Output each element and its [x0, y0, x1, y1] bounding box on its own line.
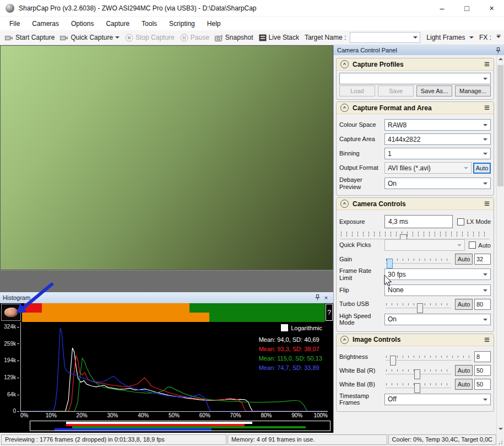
menu-tools[interactable]: Tools: [136, 18, 163, 30]
range-bar: [55, 428, 212, 431]
colour-space-select[interactable]: RAW8: [384, 119, 491, 131]
scroll-down-icon[interactable]: [498, 428, 503, 430]
frame-rate-limit-select[interactable]: 30 fps: [384, 268, 491, 280]
video-camera-icon: [60, 35, 68, 41]
menu-scripting[interactable]: Scripting: [163, 18, 201, 30]
manage-button[interactable]: Manage...: [455, 85, 491, 96]
gain-slider-thumb[interactable]: [387, 259, 393, 268]
hamburger-menu-icon[interactable]: ≡: [484, 60, 490, 69]
menu-file[interactable]: File: [3, 18, 26, 30]
white-balance-r-slider[interactable]: [384, 369, 452, 372]
lx-mode-checkbox[interactable]: [457, 218, 464, 225]
white-balance-b-slider[interactable]: [384, 383, 452, 385]
chevron-down-icon: [457, 244, 462, 249]
camera-controls-section: ^ Camera Controls ≡ Exposure 4,3 ms LX M…: [336, 197, 494, 332]
stop-capture-label: Stop Capture: [136, 34, 175, 41]
pin-icon[interactable]: [313, 294, 322, 302]
scrollbar-thumb[interactable]: [497, 65, 503, 186]
white-balance-r-slider-thumb[interactable]: [414, 369, 420, 379]
timestamp-frames-select[interactable]: Off: [384, 394, 491, 405]
logarithmic-toggle[interactable]: Logarithmic: [281, 324, 322, 331]
brightness-value[interactable]: 8: [474, 351, 491, 362]
high-speed-mode-select[interactable]: On: [384, 314, 491, 325]
profile-select[interactable]: [339, 73, 491, 84]
brightness-slider[interactable]: [384, 355, 473, 358]
histogram-title-bar: Histogram ×: [0, 292, 333, 303]
white-balance-b-value[interactable]: 50: [474, 379, 491, 390]
hamburger-menu-icon[interactable]: ≡: [484, 335, 490, 345]
flip-select[interactable]: None: [384, 284, 491, 296]
x-tick-label: 10%: [46, 412, 57, 418]
stop-capture-button[interactable]: Stop Capture: [122, 32, 177, 44]
close-icon[interactable]: ×: [322, 294, 330, 301]
save-button[interactable]: Save: [378, 85, 414, 96]
toolbar-overflow-button[interactable]: [494, 34, 503, 41]
load-button[interactable]: Load: [339, 85, 375, 96]
minimize-button[interactable]: –: [430, 0, 454, 16]
save-as-button[interactable]: Save As...: [416, 85, 452, 96]
quick-picks-select[interactable]: [384, 239, 465, 251]
pause-button[interactable]: Pause: [177, 32, 212, 44]
collapse-icon[interactable]: ^: [340, 336, 349, 344]
section-title: Image Controls: [353, 336, 400, 343]
live-stack-label: Live Stack: [269, 34, 299, 41]
exposure-quality-bar: [22, 303, 325, 322]
menu-cameras[interactable]: Cameras: [26, 18, 65, 30]
maximize-button[interactable]: □: [454, 0, 479, 16]
snapshot-button[interactable]: Snapshot: [212, 32, 256, 43]
white-balance-b-auto-button[interactable]: Auto: [455, 379, 473, 390]
binning-select[interactable]: 1: [384, 148, 491, 159]
scroll-up-icon[interactable]: [498, 58, 503, 60]
turbo-usb-slider-thumb[interactable]: [417, 303, 423, 313]
binning-label: Binning: [339, 150, 384, 157]
capture-area-select[interactable]: 4144x2822: [384, 133, 491, 145]
target-name-select[interactable]: [350, 32, 420, 43]
quality-segment: [209, 313, 325, 322]
menu-options[interactable]: Options: [65, 18, 100, 30]
chevron-down-icon: [483, 182, 487, 187]
white-balance-r-value[interactable]: 50: [474, 365, 491, 376]
gain-auto-button[interactable]: Auto: [455, 254, 473, 265]
white-balance-b-slider-thumb[interactable]: [414, 383, 420, 393]
menu-help[interactable]: Help: [201, 18, 227, 30]
hamburger-menu-icon[interactable]: ≡: [484, 199, 490, 208]
chevron-down-icon[interactable]: [115, 36, 120, 41]
exposure-auto-checkbox[interactable]: [469, 241, 476, 249]
output-format-select[interactable]: AVI files (*.avi): [384, 162, 472, 174]
quick-capture-button[interactable]: Quick Capture: [57, 32, 122, 43]
gain-value[interactable]: 32: [474, 254, 491, 265]
exposure-slider[interactable]: [339, 231, 491, 237]
menu-capture[interactable]: Capture: [100, 18, 136, 30]
close-button[interactable]: ×: [479, 0, 504, 16]
preview-area: [0, 45, 333, 292]
gain-slider[interactable]: [384, 258, 452, 261]
logarithmic-checkbox[interactable]: [281, 324, 288, 331]
white-balance-r-auto-button[interactable]: Auto: [455, 365, 473, 376]
flip-label: Flip: [339, 287, 384, 294]
channel-stat: Mean: 94,0, SD: 40,69: [259, 335, 322, 345]
collapse-icon[interactable]: ^: [340, 200, 349, 208]
collapse-icon[interactable]: ^: [340, 104, 349, 112]
brightness-slider-thumb[interactable]: [390, 356, 396, 366]
turbo-usb-auto-button[interactable]: Auto: [455, 299, 473, 310]
pin-icon[interactable]: [496, 47, 501, 53]
panel-scrollbar[interactable]: [496, 55, 504, 433]
output-format-auto-button[interactable]: Auto: [473, 163, 491, 174]
start-capture-button[interactable]: Start Capture: [2, 32, 57, 43]
white-balance-b-label: White Bal (B): [339, 381, 384, 388]
status-bar: Previewing : 1776 frames (2 dropped) in …: [0, 433, 504, 446]
smart-histogram-brain-button[interactable]: [1, 304, 21, 321]
exposure-input[interactable]: 4,3 ms: [384, 215, 453, 228]
collapse-icon[interactable]: ^: [340, 60, 349, 68]
live-stack-button[interactable]: Live Stack: [256, 32, 302, 43]
frame-rate-limit-label: Frame Rate Limit: [339, 267, 384, 281]
debayer-preview-select[interactable]: On: [384, 178, 491, 189]
frame-type-select[interactable]: Light Frames: [424, 32, 476, 43]
turbo-usb-value[interactable]: 80: [474, 299, 491, 310]
turbo-usb-slider[interactable]: [384, 303, 452, 305]
help-button[interactable]: ?: [326, 304, 333, 321]
brain-icon: [4, 308, 18, 317]
hamburger-menu-icon[interactable]: ≡: [484, 103, 490, 112]
resize-grip[interactable]: [496, 438, 503, 445]
fx-label: FX :: [476, 32, 494, 43]
